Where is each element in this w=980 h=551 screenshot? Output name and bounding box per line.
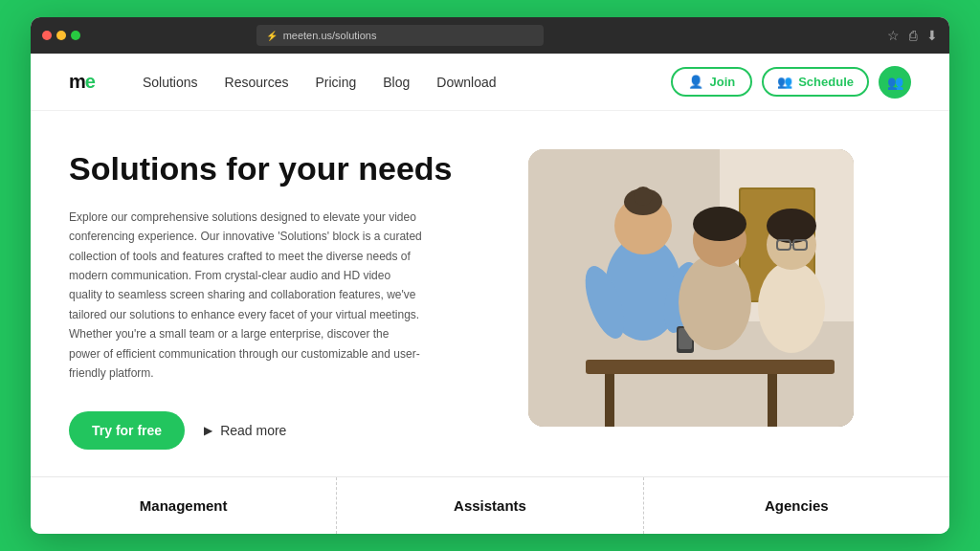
- star-icon[interactable]: ☆: [887, 28, 900, 43]
- try-free-button[interactable]: Try for free: [69, 411, 185, 450]
- hero-buttons: Try for free ▶ Read more: [69, 411, 490, 450]
- address-bar[interactable]: ⚡ meeten.us/solutions: [256, 25, 544, 46]
- lock-icon: ⚡: [266, 31, 278, 41]
- read-more-button[interactable]: ▶ Read more: [204, 423, 286, 438]
- categories-section: Management Assistants Agencies: [31, 476, 949, 534]
- hero-content: Solutions for your needs Explore our com…: [69, 149, 490, 457]
- hero-image: [528, 149, 854, 427]
- nav-item-blog[interactable]: Blog: [383, 75, 410, 90]
- join-icon: 👤: [688, 75, 703, 89]
- avatar-button[interactable]: 👥: [879, 66, 911, 99]
- hero-title: Solutions for your needs: [69, 149, 490, 188]
- nav-item-solutions[interactable]: Solutions: [143, 75, 198, 90]
- hero-section: Solutions for your needs Explore our com…: [31, 111, 949, 476]
- user-icon: 👥: [887, 75, 903, 90]
- hero-image-content: [528, 149, 854, 427]
- browser-window: ⚡ meeten.us/solutions ☆ ⎙ ⬇ me Solutions…: [31, 17, 949, 534]
- nav-item-download[interactable]: Download: [436, 75, 496, 90]
- join-button[interactable]: 👤 Join: [671, 67, 752, 97]
- browser-actions: ☆ ⎙ ⬇: [887, 28, 938, 43]
- schedule-button[interactable]: 👥 Schedule: [762, 67, 869, 97]
- maximize-dot[interactable]: [71, 31, 80, 40]
- close-dot[interactable]: [42, 31, 52, 40]
- page-content: me Solutions Resources Pricing Blog Down…: [31, 54, 949, 534]
- svg-rect-24: [528, 149, 854, 427]
- minimize-dot[interactable]: [56, 31, 66, 40]
- nav-item-pricing[interactable]: Pricing: [315, 75, 356, 90]
- browser-traffic-lights: [42, 31, 80, 40]
- logo[interactable]: me: [69, 71, 95, 93]
- hero-description: Explore our comprehensive solutions desi…: [69, 208, 423, 384]
- category-agencies[interactable]: Agencies: [644, 477, 949, 534]
- schedule-icon: 👥: [777, 75, 792, 89]
- people-scene-svg: [528, 149, 854, 427]
- download-icon[interactable]: ⬇: [926, 28, 938, 43]
- nav-buttons: 👤 Join 👥 Schedule 👥: [671, 66, 911, 99]
- category-management[interactable]: Management: [31, 477, 337, 534]
- url-text: meeten.us/solutions: [283, 30, 377, 41]
- browser-chrome: ⚡ meeten.us/solutions ☆ ⎙ ⬇: [31, 17, 949, 54]
- play-icon: ▶: [204, 424, 212, 437]
- nav-item-resources[interactable]: Resources: [225, 75, 289, 90]
- share-icon[interactable]: ⎙: [909, 28, 917, 43]
- navbar: me Solutions Resources Pricing Blog Down…: [31, 54, 949, 111]
- nav-links: Solutions Resources Pricing Blog Downloa…: [143, 75, 672, 90]
- category-assistants[interactable]: Assistants: [337, 477, 643, 534]
